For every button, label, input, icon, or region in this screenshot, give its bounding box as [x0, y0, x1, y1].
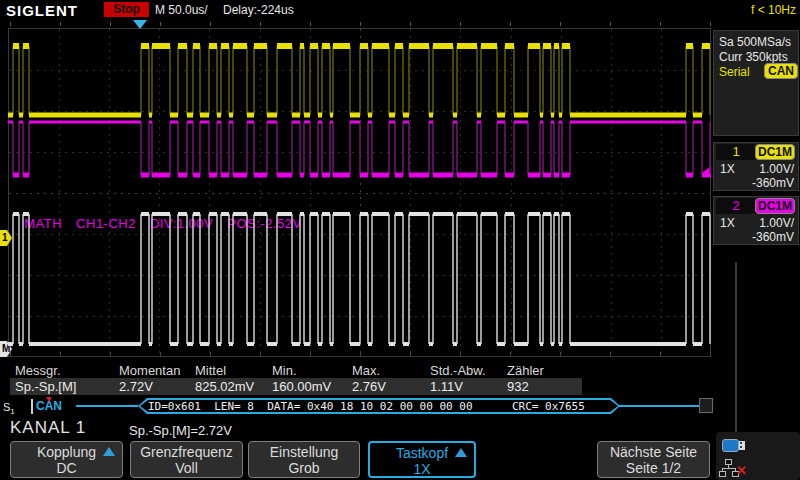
meas-name: Sp.-Sp.[M]: [15, 379, 76, 394]
channel2-info-block[interactable]: 2 DC1M 1X 1.00V/ -360mV: [713, 196, 799, 245]
channel2-scale: 1.00V/: [759, 216, 794, 230]
timebase-readout: M 50.0us/: [155, 3, 208, 17]
meas-header-stdabw: Std.-Abw.: [430, 363, 486, 378]
decode-source-label: S1: [3, 401, 15, 416]
channel2-coupling-badge: DC1M: [755, 198, 795, 214]
trigger-delay-readout: Delay:-224us: [223, 3, 294, 17]
acquisition-status-badge: Stop: [104, 2, 149, 17]
meas-count: 932: [507, 379, 529, 394]
meas-header-momentan: Momentan: [119, 363, 180, 378]
waveform-graticule: [8, 28, 711, 357]
meas-header-zaehler: Zähler: [507, 363, 544, 378]
channel1-info-block[interactable]: 1 DC1M 1X 1.00V/ -360mV: [713, 142, 799, 191]
decode-timeline-left: [76, 405, 138, 407]
meas-mean: 825.02mV: [195, 379, 254, 394]
meas-header-max: Max.: [352, 363, 380, 378]
decode-timeline-right: [618, 405, 706, 407]
siglent-logo: SIGLENT: [6, 2, 78, 19]
decode-trigger-mark-icon: [46, 397, 52, 402]
acquisition-info-panel: Sa 500MSa/s Curr 350kpts Serial CAN: [713, 30, 799, 136]
trigger-level-marker-icon[interactable]: [703, 166, 711, 178]
menu-title: KANAL 1: [10, 418, 86, 438]
adjust-setting-button[interactable]: Einstellung Grob: [248, 441, 360, 478]
trigger-frequency-readout: f < 10Hz: [751, 3, 796, 17]
decode-frame-text: ID=0x601 LEN= 8 DATA= 0x40 18 10 02 00 0…: [148, 400, 473, 413]
expand-arrow-icon: [455, 448, 467, 457]
channel1-offset: -360mV: [752, 176, 794, 190]
meas-min: 160.00mV: [272, 379, 331, 394]
sidebar-divider: [735, 262, 737, 432]
trigger-position-marker-icon[interactable]: [133, 20, 147, 29]
meas-header-messgr: Messgr.: [15, 363, 61, 378]
channel2-attenuation: 1X: [720, 216, 735, 230]
expand-arrow-icon: [103, 447, 115, 456]
status-icon-panel: ✕: [716, 432, 800, 480]
decode-divider: [31, 399, 33, 414]
memory-depth: Curr 350kpts: [719, 50, 788, 64]
meas-stddev: 1.11V: [430, 379, 463, 394]
next-page-button[interactable]: Nächste Seite Seite 1/2: [597, 441, 710, 478]
decode-end-bracket: [699, 398, 713, 413]
meas-header-min: Min.: [272, 363, 297, 378]
serial-type-badge: CAN: [764, 63, 798, 79]
channel2-number: 2: [716, 198, 756, 214]
decode-crc-text: CRC= 0x7655: [512, 400, 585, 413]
channel1-number: 1: [716, 144, 756, 160]
sample-rate: Sa 500MSa/s: [719, 35, 791, 49]
channel1-scale: 1.00V/: [759, 162, 794, 176]
channel1-coupling-badge: DC1M: [755, 144, 795, 160]
coupling-button[interactable]: Kopplung DC: [10, 441, 123, 478]
bandwidth-limit-button[interactable]: Grenzfrequenz Voll: [130, 441, 243, 478]
meas-header-mittel: Mittel: [195, 363, 226, 378]
meas-max: 2.76V: [352, 379, 386, 394]
bottom-meas-readout: Sp.-Sp.[M]=2.72V: [129, 423, 232, 438]
math-trace-label: MATHCH1-CH2DIV:1.00VPOS:-2.52V: [16, 201, 316, 231]
channel1-attenuation: 1X: [720, 162, 735, 176]
channel2-offset: -360mV: [752, 230, 794, 244]
meas-current: 2.72V: [119, 379, 153, 394]
probe-button[interactable]: Tastkopf 1X: [368, 441, 476, 478]
